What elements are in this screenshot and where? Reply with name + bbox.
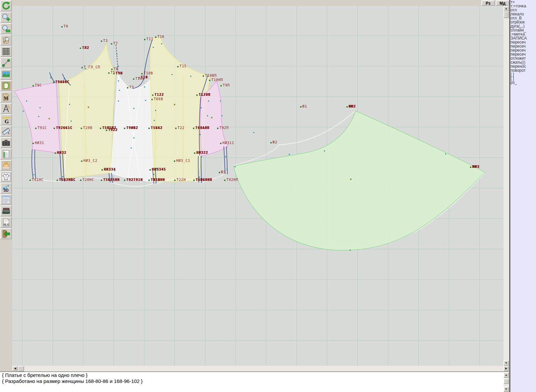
curve-point-marker	[289, 154, 290, 155]
curve-point-marker	[23, 111, 24, 112]
tool-piece-outline-button[interactable]	[0, 80, 12, 91]
point-label: Т91НС	[32, 178, 44, 182]
tool-portrait-button[interactable]	[0, 160, 12, 171]
command-line[interactable]: поворот	[510, 68, 536, 72]
pattern-canvas[interactable]: Т0Т3Т7ТЛ2Т11Т16Т_ГЛ_СПТ8Т5Т9ВТ15Т10ВТ10Т…	[12, 6, 504, 366]
command-panel[interactable]: т=т:=точкаотллекалоотл_Вотрезокдуга(,,,)…	[510, 0, 536, 392]
message-vscroll-thumb[interactable]	[504, 379, 509, 384]
point-marker	[174, 180, 176, 181]
tool-camera-button[interactable]	[0, 137, 12, 148]
point-marker	[149, 169, 151, 171]
scroll-down-icon[interactable]: ▼	[504, 387, 509, 392]
point-label: Т10ВП	[205, 74, 217, 77]
tool-text-list-button[interactable]	[0, 194, 12, 205]
point-marker	[151, 99, 153, 100]
topbar: Рз Мд	[12, 0, 504, 6]
curve-point-marker	[26, 101, 27, 102]
point-marker	[219, 172, 220, 173]
curve-point-marker	[133, 137, 134, 138]
3d-icon: 3D	[1, 184, 11, 193]
tool-image-button[interactable]	[0, 69, 12, 80]
point-marker	[470, 167, 471, 168]
point-label: ЮЮ2	[349, 105, 356, 108]
curve-point-marker	[225, 156, 226, 157]
tool-ruler-button[interactable]: 8	[0, 126, 12, 137]
scroll-up-icon[interactable]: ▲	[504, 6, 509, 11]
point-marker	[155, 37, 156, 38]
point-label: Т9ИВ2	[126, 126, 138, 130]
piece-skirt[interactable]	[233, 111, 485, 250]
piece-outline-icon	[1, 81, 11, 90]
point-marker	[220, 85, 222, 86]
point-label: Т10НП	[211, 78, 223, 82]
rz-button[interactable]: Рз	[481, 0, 495, 6]
tool-refresh-button[interactable]	[0, 0, 12, 11]
curve-point-marker	[133, 108, 134, 109]
curve-point-marker	[114, 170, 115, 171]
point-marker	[141, 73, 143, 74]
point-marker	[203, 75, 204, 77]
point-marker	[300, 106, 302, 108]
tool-books-button[interactable]	[0, 205, 12, 216]
tool-segment-button[interactable]	[0, 57, 12, 68]
curve-point-marker	[131, 147, 132, 148]
point-label: Т92П	[219, 126, 229, 130]
point-label: Т9А66С	[55, 80, 69, 84]
point-label: Т3	[103, 39, 108, 43]
tool-exit-button[interactable]	[0, 228, 12, 239]
point-marker	[174, 160, 175, 162]
command-line[interactable]: [ ]	[510, 72, 536, 76]
point-label: Т12ОП	[199, 93, 210, 96]
curve-point-marker	[70, 84, 71, 85]
tool-piece-m-button[interactable]: M	[0, 91, 12, 103]
tool-view-piece-button[interactable]	[0, 35, 12, 46]
tool-grazia-g-button[interactable]: G	[0, 114, 12, 125]
point-marker	[54, 128, 55, 129]
vscroll-thumb[interactable]	[504, 11, 509, 18]
command-line[interactable]: рз_	[510, 80, 536, 84]
curve-point-marker	[118, 80, 119, 81]
curve-point-marker	[40, 107, 41, 108]
tool-grid-button[interactable]	[0, 46, 12, 57]
curve-point-marker	[154, 120, 155, 121]
point-marker	[57, 180, 58, 181]
md-button[interactable]: Мд	[496, 0, 509, 6]
point-label: Т9П	[223, 83, 230, 87]
point-marker	[124, 180, 125, 181]
point-label: Т8	[114, 67, 118, 71]
curve-point-marker	[85, 68, 86, 69]
curve-point-marker	[199, 177, 200, 178]
scroll-up-icon[interactable]: ▲	[504, 373, 509, 378]
point-marker	[113, 73, 115, 74]
curve-point-marker	[208, 101, 209, 102]
tool-zoom-out-button[interactable]	[0, 23, 12, 34]
tool-3d-button[interactable]: 3D	[0, 183, 12, 194]
curve-point-marker	[153, 174, 154, 175]
hscroll-track[interactable]	[12, 366, 509, 372]
tool-table-button[interactable]	[0, 148, 12, 159]
message-pane: { Платье с бретелью на одно плечо } { Ра…	[0, 372, 509, 392]
point-label: Т5Б2НВС	[59, 178, 75, 182]
point-marker	[270, 142, 272, 143]
curve-point-marker	[226, 169, 227, 170]
point-marker	[35, 128, 37, 129]
tool-compass-button[interactable]	[0, 103, 12, 114]
point-marker	[61, 26, 63, 27]
vscroll-track[interactable]	[504, 6, 509, 366]
scroll-right-icon[interactable]: ▶	[504, 366, 509, 371]
curve-point-marker	[119, 90, 120, 91]
tool-jacket-sketch-button[interactable]	[0, 171, 12, 182]
tool-algorithm-button[interactable]: ALG	[0, 217, 12, 228]
tool-zoom-in-button[interactable]	[0, 12, 12, 23]
canvas-hscrollbar[interactable]: ◀ ▶	[12, 366, 509, 372]
svg-text:M: M	[4, 95, 8, 101]
scroll-down-icon[interactable]: ▼	[504, 361, 509, 366]
hscroll-thumb[interactable]	[18, 366, 24, 372]
curve-point-marker	[324, 150, 325, 151]
canvas-vscrollbar[interactable]: ▲ ▼	[504, 6, 509, 366]
point-label: Т9В	[116, 71, 123, 75]
point-marker	[346, 106, 348, 108]
piece-center-marker	[350, 179, 351, 180]
message-vscrollbar[interactable]: ▲ ▼	[504, 373, 509, 392]
scroll-left-icon[interactable]: ◀	[12, 366, 18, 371]
